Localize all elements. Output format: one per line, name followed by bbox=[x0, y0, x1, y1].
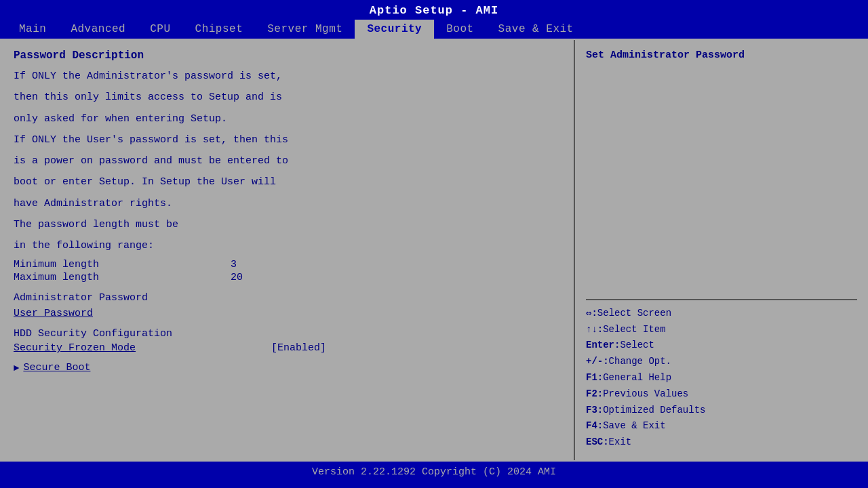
key-desc: Select Screen bbox=[597, 306, 671, 322]
key-desc: Select Item bbox=[603, 322, 665, 338]
left-panel: Password Description If ONLY the Adminis… bbox=[0, 40, 575, 460]
desc-line: boot or enter Setup. In Setup the User w… bbox=[14, 174, 560, 190]
key-label: F1: bbox=[586, 370, 603, 386]
user-password-label: User Password bbox=[14, 308, 93, 319]
max-length-row: Maximum length 20 bbox=[14, 272, 560, 283]
nav-item-security[interactable]: Security bbox=[355, 20, 434, 39]
description-lines: If ONLY the Administrator's password is … bbox=[14, 68, 560, 253]
desc-line: If ONLY the Administrator's password is … bbox=[14, 68, 560, 84]
key-desc: Optimized Defaults bbox=[603, 403, 705, 419]
key-desc: Save & Exit bbox=[603, 418, 665, 434]
secure-boot-arrow: ► bbox=[14, 363, 19, 373]
key-help-row: F2: Previous Values bbox=[586, 386, 857, 403]
security-frozen-row[interactable]: Security Frozen Mode [Enabled] bbox=[14, 342, 560, 354]
footer-text: Version 2.22.1292 Copyright (C) 2024 AMI bbox=[312, 466, 556, 478]
nav-item-main[interactable]: Main bbox=[7, 20, 58, 39]
key-label: ↑↓: bbox=[586, 322, 603, 338]
key-label: ⇔: bbox=[586, 306, 597, 322]
security-frozen-value: [Enabled] bbox=[271, 342, 326, 354]
max-length-label: Maximum length bbox=[14, 272, 231, 283]
footer: Version 2.22.1292 Copyright (C) 2024 AMI bbox=[0, 460, 868, 483]
security-frozen-label: Security Frozen Mode bbox=[14, 342, 136, 354]
desc-line: then this only limits access to Setup an… bbox=[14, 89, 560, 105]
key-label: F2: bbox=[586, 386, 603, 403]
admin-password-label: Administrator Password bbox=[14, 292, 148, 304]
key-help-row: F3: Optimized Defaults bbox=[586, 403, 857, 419]
secure-boot-label: Secure Boot bbox=[23, 362, 90, 373]
nav-item-save-&-exit[interactable]: Save & Exit bbox=[486, 20, 586, 39]
desc-line: is a power on password and must be enter… bbox=[14, 153, 560, 169]
key-desc: Change Opt. bbox=[609, 354, 671, 370]
title-bar: Aptio Setup - AMI bbox=[0, 0, 868, 20]
password-description-title: Password Description bbox=[14, 49, 560, 62]
nav-item-cpu[interactable]: CPU bbox=[138, 20, 182, 39]
nav-bar: MainAdvancedCPUChipsetServer MgmtSecurit… bbox=[0, 20, 868, 40]
key-label: Enter: bbox=[586, 338, 620, 354]
desc-line: have Administrator rights. bbox=[14, 196, 560, 211]
key-help-row: +/-: Change Opt. bbox=[586, 354, 857, 370]
key-desc: Exit bbox=[609, 434, 632, 451]
help-content bbox=[586, 66, 857, 293]
nav-item-advanced[interactable]: Advanced bbox=[58, 20, 138, 39]
max-length-value: 20 bbox=[231, 272, 243, 283]
key-help-row: Enter: Select bbox=[586, 338, 857, 354]
key-label: F3: bbox=[586, 403, 603, 419]
content-area: Password Description If ONLY the Adminis… bbox=[0, 40, 868, 460]
min-length-label: Minimum length bbox=[14, 259, 231, 270]
desc-line: in the following range: bbox=[14, 238, 560, 253]
key-help-row: ESC: Exit bbox=[586, 434, 857, 451]
desc-line: only asked for when entering Setup. bbox=[14, 111, 560, 127]
nav-item-boot[interactable]: Boot bbox=[434, 20, 486, 39]
nav-item-chipset[interactable]: Chipset bbox=[183, 20, 256, 39]
help-title: Set Administrator Password bbox=[586, 49, 857, 61]
key-help-row: ↑↓: Select Item bbox=[586, 322, 857, 338]
nav-item-server-mgmt[interactable]: Server Mgmt bbox=[255, 20, 355, 39]
key-label: ESC: bbox=[586, 434, 609, 451]
key-label: F4: bbox=[586, 418, 603, 434]
min-length-row: Minimum length 3 bbox=[14, 259, 560, 270]
secure-boot-row[interactable]: ► Secure Boot bbox=[14, 362, 560, 373]
key-desc: Previous Values bbox=[603, 386, 688, 403]
app-title: Aptio Setup - AMI bbox=[370, 4, 498, 17]
key-label: +/-: bbox=[586, 354, 609, 370]
key-desc: General Help bbox=[603, 370, 671, 386]
min-length-value: 3 bbox=[231, 259, 237, 270]
desc-line: The password length must be bbox=[14, 217, 560, 232]
key-desc: Select bbox=[620, 338, 654, 354]
hdd-security-title: HDD Security Configuration bbox=[14, 328, 560, 340]
key-help-list: ⇔: Select Screen↑↓: Select ItemEnter: Se… bbox=[586, 306, 857, 451]
admin-password-item[interactable]: Administrator Password bbox=[14, 291, 560, 304]
key-help-row: ⇔: Select Screen bbox=[586, 306, 857, 322]
desc-line: If ONLY the User's password is set, then… bbox=[14, 132, 560, 148]
right-panel: Set Administrator Password ⇔: Select Scr… bbox=[575, 40, 868, 460]
user-password-item[interactable]: User Password bbox=[14, 307, 560, 320]
key-help-row: F1: General Help bbox=[586, 370, 857, 386]
key-help-divider bbox=[586, 299, 857, 300]
key-help-row: F4: Save & Exit bbox=[586, 418, 857, 434]
